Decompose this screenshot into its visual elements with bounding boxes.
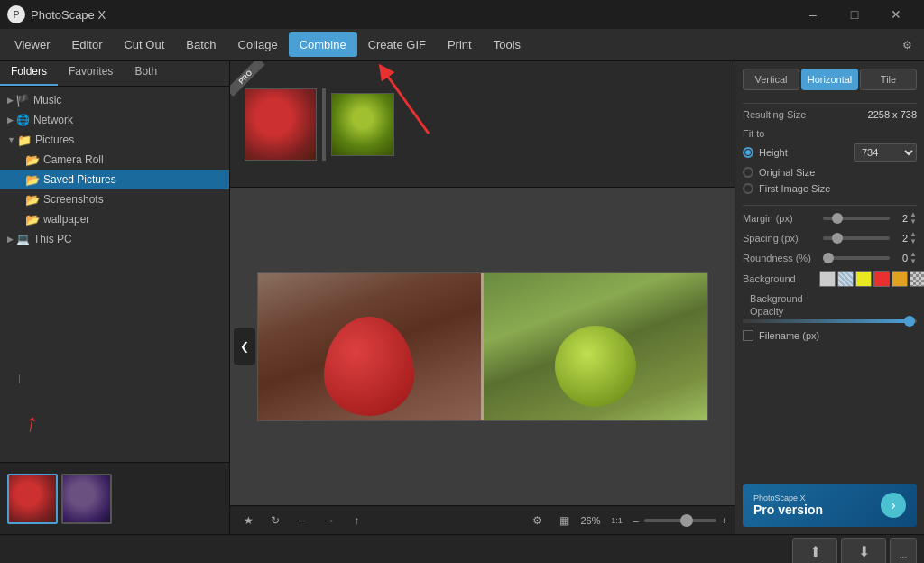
margin-value: 2 (893, 213, 908, 224)
zoom-plus[interactable]: + (722, 515, 727, 526)
bg-opacity-label-container: Background Opacity (735, 292, 924, 319)
thumbnail-1[interactable] (7, 474, 58, 524)
back-button[interactable]: ← (291, 510, 313, 531)
menu-batch[interactable]: Batch (175, 32, 226, 57)
layout-tab-tile[interactable]: Tile (860, 69, 917, 90)
view-mode-button[interactable]: ▦ (553, 510, 575, 531)
menu-viewer[interactable]: Viewer (4, 32, 61, 57)
divider (743, 103, 917, 104)
layout-tabs: Vertical Horizontal Tile (743, 69, 917, 90)
sidebar-item-network[interactable]: ▶ 🌐 Network (0, 110, 229, 130)
roundness-down-arrow[interactable]: ▼ (910, 258, 917, 265)
open-button[interactable]: ⬆ OPEN (792, 538, 837, 564)
apple-green (555, 326, 636, 407)
sidebar-item-wallpaper[interactable]: 📂 wallpaper (0, 209, 229, 229)
thumbnail-2[interactable] (61, 474, 112, 524)
menu-print[interactable]: Print (437, 32, 483, 57)
roundness-slider-thumb[interactable] (823, 253, 834, 263)
zoom-slider-thumb[interactable] (680, 514, 693, 527)
swatch-yellow[interactable] (855, 271, 872, 287)
menu-editor[interactable]: Editor (61, 32, 114, 57)
radio-height-label: Height (759, 147, 788, 158)
margin-label: Margin (px) (743, 213, 819, 224)
settings-gear-button[interactable]: ⚙ (526, 510, 548, 531)
bg-opacity-label: Background (743, 293, 810, 304)
bg-opacity-slider[interactable] (743, 319, 917, 323)
tree-label: Saved Pictures (43, 173, 116, 186)
maximize-button[interactable]: □ (834, 0, 875, 29)
spacing-arrows: ▲ ▼ (910, 231, 917, 245)
zoom-percent: 26% (580, 515, 600, 526)
menu-collage[interactable]: Collage (227, 32, 289, 57)
radio-height[interactable] (743, 147, 753, 158)
height-dropdown[interactable]: 734 (854, 143, 917, 162)
pro-badge: PRO (230, 61, 265, 97)
swatch-orange[interactable] (892, 271, 908, 287)
swatch-pattern[interactable] (837, 271, 854, 287)
close-button[interactable]: ✕ (875, 0, 917, 29)
sidebar-item-pictures[interactable]: ▼ 📁 Pictures (0, 130, 229, 150)
minimize-button[interactable]: – (792, 0, 834, 29)
radio-height-row: Height 734 (735, 143, 924, 162)
canvas-thumb-2[interactable] (331, 93, 394, 156)
radio-first-image[interactable] (743, 183, 753, 194)
tab-favorites[interactable]: Favorites (58, 61, 124, 86)
main-layout: Folders Favorites Both ▶ 🏴 Music ▶ 🌐 Net… (0, 61, 924, 534)
bg-opacity-thumb[interactable] (904, 316, 915, 327)
star-button[interactable]: ★ (237, 510, 259, 531)
pro-text: PhotoScape X Pro version (753, 494, 823, 517)
settings-button[interactable]: ⚙ (893, 32, 920, 59)
sidebar-item-music[interactable]: ▶ 🏴 Music (0, 90, 229, 110)
tab-folders[interactable]: Folders (0, 61, 58, 86)
right-panel: Vertical Horizontal Tile Resulting Size … (735, 61, 924, 534)
more-button[interactable]: ··· (890, 538, 917, 564)
zoom-slider[interactable] (644, 519, 716, 522)
folder-icon: 📂 (25, 212, 40, 226)
swatch-red[interactable] (873, 271, 890, 287)
margin-down-arrow[interactable]: ▼ (910, 218, 917, 226)
roundness-label: Roundness (%) (743, 253, 819, 263)
expand-arrow: ▶ (7, 235, 14, 244)
filename-checkbox[interactable] (743, 330, 753, 341)
pro-arrow-button[interactable]: › (881, 493, 906, 518)
forward-button[interactable]: → (319, 510, 340, 531)
divider-line (322, 88, 326, 161)
expand-arrow: ▶ (7, 115, 14, 125)
sidebar-item-camera-roll[interactable]: 📂 Camera Roll (0, 150, 229, 170)
tab-both[interactable]: Both (124, 61, 168, 86)
canvas-nav-left[interactable]: ❮ (234, 328, 255, 365)
menu-tools[interactable]: Tools (483, 32, 531, 57)
tree-label: Pictures (35, 134, 74, 146)
fit-to-label-container: Fit to (735, 127, 924, 140)
menu-create-gif[interactable]: Create GIF (357, 32, 437, 57)
app-logo: P (7, 5, 25, 23)
pro-banner[interactable]: PhotoScape X Pro version › (743, 484, 917, 527)
expand-arrow: ▶ (7, 96, 14, 105)
save-button[interactable]: ⬇ SAVE (841, 538, 886, 564)
layout-tab-horizontal[interactable]: Horizontal (801, 69, 858, 90)
spacing-down-arrow[interactable]: ▼ (910, 238, 917, 245)
menu-combine[interactable]: Combine (289, 32, 357, 57)
sidebar-item-this-pc[interactable]: ▶ 💻 This PC (0, 229, 229, 249)
sidebar-item-saved-pictures[interactable]: 📂 Saved Pictures (0, 170, 229, 189)
up-button[interactable]: ↑ (346, 510, 367, 531)
radio-original[interactable] (743, 167, 753, 178)
swatch-checker[interactable] (910, 271, 924, 287)
menu-cutout[interactable]: Cut Out (113, 32, 175, 57)
sidebar-item-screenshots[interactable]: 📂 Screenshots (0, 189, 229, 209)
spacing-label: Spacing (px) (743, 233, 819, 244)
spacing-slider-thumb[interactable] (832, 233, 843, 244)
zoom-ratio-button[interactable]: 1:1 (605, 510, 627, 531)
layout-tab-vertical[interactable]: Vertical (743, 69, 799, 90)
refresh-button[interactable]: ↻ (264, 510, 286, 531)
network-icon: 🌐 (15, 113, 30, 127)
margin-slider-thumb[interactable] (832, 213, 843, 224)
background-label: Background (743, 273, 819, 284)
spacing-slider[interactable] (823, 236, 890, 240)
filename-label: Filename (px) (759, 330, 819, 341)
roundness-slider[interactable] (823, 256, 890, 260)
resulting-size-label: Resulting Size (743, 109, 868, 120)
swatch-white[interactable] (819, 271, 836, 287)
zoom-minus[interactable]: – (633, 515, 638, 526)
margin-slider[interactable] (823, 217, 890, 220)
